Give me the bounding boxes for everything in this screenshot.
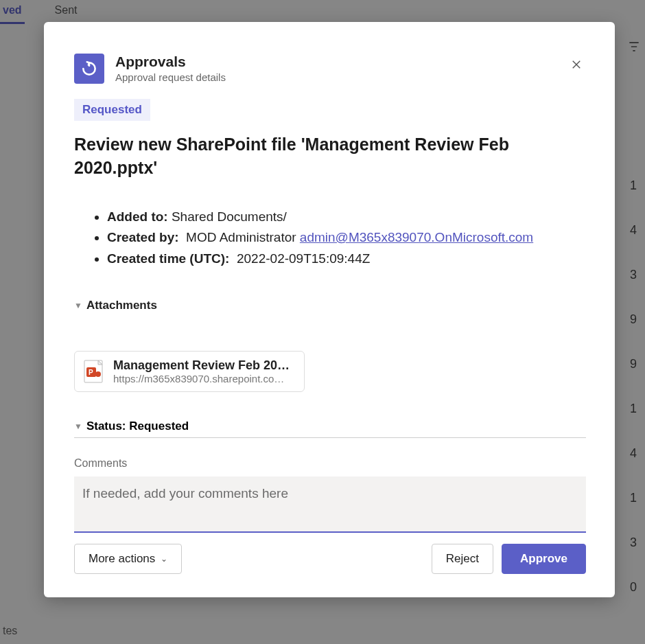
attachments-section-header[interactable]: ▼ Attachments <box>74 299 586 312</box>
dialog-subtitle: Approval request details <box>115 71 226 83</box>
attachment-url: https://m365x839070.sharepoint.co… <box>113 373 292 384</box>
dialog-footer: More actions ⌄ Reject Approve <box>44 536 615 597</box>
comments-input[interactable] <box>74 476 586 533</box>
powerpoint-file-icon: P <box>83 359 105 384</box>
approve-label: Approve <box>520 552 567 566</box>
more-actions-label: More actions <box>89 552 155 566</box>
request-details-list: Added to: Shared Documents/ Created by: … <box>107 207 586 269</box>
chevron-down-icon: ▼ <box>74 301 82 310</box>
added-to-value: Shared Documents/ <box>172 209 287 224</box>
close-icon <box>570 58 583 71</box>
svg-text:P: P <box>89 369 93 376</box>
dialog-header-text: Approvals Approval request details <box>115 54 226 83</box>
dialog-title: Approvals <box>115 54 226 70</box>
attachments-label: Attachments <box>86 299 157 312</box>
dialog-body[interactable]: Requested Review new SharePoint file 'Ma… <box>44 89 615 536</box>
detail-added-to: Added to: Shared Documents/ <box>107 207 586 227</box>
created-by-name: MOD Administrator <box>186 230 296 244</box>
approvals-app-icon <box>74 54 104 84</box>
more-actions-button[interactable]: More actions ⌄ <box>74 544 182 574</box>
close-button[interactable] <box>565 54 587 76</box>
reject-label: Reject <box>446 552 479 566</box>
chevron-down-icon: ⌄ <box>161 554 167 564</box>
status-section-label: Status: Requested <box>86 419 189 433</box>
request-title: Review new SharePoint file 'Management R… <box>74 133 586 180</box>
comments-label: Comments <box>74 457 586 470</box>
svg-point-5 <box>95 371 101 377</box>
reject-button[interactable]: Reject <box>432 544 493 574</box>
attachment-card[interactable]: P Management Review Feb 202… https://m36… <box>74 351 305 392</box>
attachment-text: Management Review Feb 202… https://m365x… <box>113 358 292 384</box>
attachment-filename: Management Review Feb 202… <box>113 358 292 373</box>
chevron-down-icon: ▼ <box>74 422 82 431</box>
dialog-header: Approvals Approval request details <box>44 22 615 89</box>
status-badge: Requested <box>74 99 150 121</box>
created-time-label: Created time (UTC): <box>107 251 229 266</box>
created-by-email-link[interactable]: admin@M365x839070.OnMicrosoft.com <box>300 230 533 244</box>
created-by-label: Created by: <box>107 230 179 244</box>
created-time-value: 2022-02-09T15:09:44Z <box>237 251 370 266</box>
detail-created-by: Created by: MOD Administrator admin@M365… <box>107 228 586 248</box>
status-section[interactable]: ▼ Status: Requested <box>74 419 586 438</box>
approve-button[interactable]: Approve <box>502 544 586 574</box>
detail-created-time: Created time (UTC): 2022-02-09T15:09:44Z <box>107 249 586 269</box>
approval-details-dialog: Approvals Approval request details Reque… <box>44 22 615 597</box>
added-to-label: Added to: <box>107 209 168 224</box>
